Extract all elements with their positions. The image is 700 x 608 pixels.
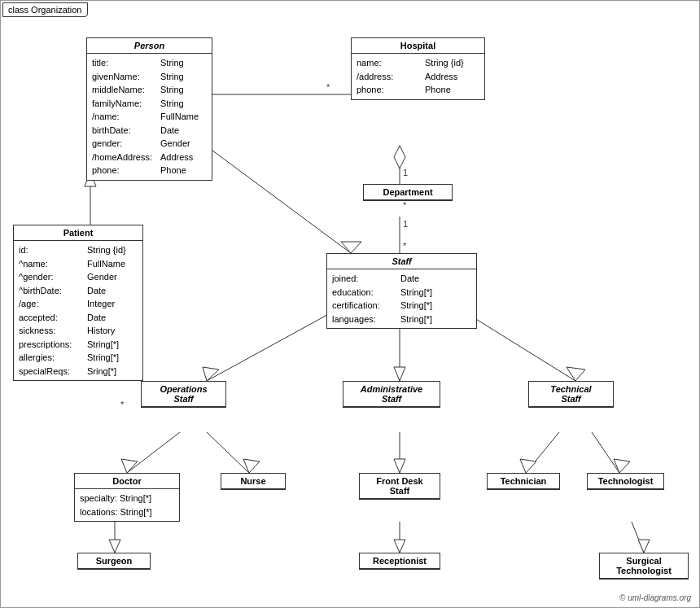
svg-text:*: *: [120, 400, 125, 409]
svg-line-39: [632, 522, 644, 553]
staff-body: joined:Date education:String[*] certific…: [327, 269, 476, 328]
front-desk-staff-class: Front DeskStaff: [359, 473, 440, 500]
doctor-class: Doctor specialty: String[*] locations: S…: [74, 473, 180, 522]
staff-title: Staff: [327, 254, 476, 269]
technical-staff-class: TechnicalStaff: [528, 381, 614, 408]
svg-line-33: [592, 432, 619, 473]
svg-marker-22: [394, 367, 405, 381]
svg-text:*: *: [403, 200, 407, 210]
operations-staff-class: OperationsStaff: [141, 381, 226, 408]
technician-title: Technician: [488, 474, 559, 489]
svg-marker-4: [394, 146, 405, 168]
svg-line-27: [207, 432, 249, 473]
svg-marker-32: [520, 459, 536, 473]
technologist-title: Technologist: [588, 474, 663, 489]
svg-line-12: [203, 143, 351, 253]
front-desk-staff-title: Front DeskStaff: [360, 474, 440, 499]
svg-line-31: [526, 432, 559, 473]
hospital-class: Hospital name:String {id} /address:Addre…: [351, 37, 485, 100]
administrative-staff-class: AdministrativeStaff: [343, 381, 440, 408]
doctor-title: Doctor: [75, 474, 179, 489]
svg-marker-26: [121, 459, 138, 473]
surgical-technologist-title: SurgicalTechnologist: [600, 553, 688, 579]
patient-title: Patient: [14, 225, 142, 241]
svg-marker-36: [109, 540, 120, 553]
svg-marker-13: [341, 242, 361, 253]
technical-staff-title: TechnicalStaff: [529, 382, 613, 407]
surgical-technologist-class: SurgicalTechnologist: [599, 553, 689, 580]
hospital-body: name:String {id} /address:Address phone:…: [352, 54, 484, 99]
person-body: title:String givenName:String middleName…: [87, 54, 212, 180]
diagram-container: class Organization * * 1 * 1 * * *: [0, 0, 700, 608]
svg-text:*: *: [326, 82, 330, 92]
technician-class: Technician: [487, 473, 560, 490]
diagram-title: class Organization: [2, 2, 88, 17]
patient-class: Patient id:String {id} ^name:FullName ^g…: [13, 225, 143, 381]
department-title: Department: [364, 185, 452, 200]
person-title: Person: [87, 38, 212, 54]
person-class: Person title:String givenName:String mid…: [86, 37, 212, 181]
technologist-class: Technologist: [587, 473, 664, 490]
svg-marker-28: [243, 459, 260, 473]
patient-body: id:String {id} ^name:FullName ^gender:Ge…: [14, 241, 142, 380]
svg-text:1: 1: [403, 219, 408, 229]
surgeon-class: Surgeon: [77, 553, 151, 570]
svg-marker-34: [614, 459, 630, 473]
administrative-staff-title: AdministrativeStaff: [343, 382, 440, 407]
hospital-title: Hospital: [352, 38, 484, 54]
receptionist-class: Receptionist: [359, 553, 440, 570]
doctor-body: specialty: String[*] locations: String[*…: [75, 489, 179, 521]
department-class: Department: [363, 184, 453, 201]
staff-class: Staff joined:Date education:String[*] ce…: [326, 253, 477, 329]
receptionist-title: Receptionist: [360, 553, 440, 569]
operations-staff-title: OperationsStaff: [142, 382, 225, 407]
copyright-text: © uml-diagrams.org: [619, 593, 691, 602]
nurse-class: Nurse: [221, 473, 286, 490]
svg-marker-40: [638, 540, 650, 553]
svg-text:*: *: [403, 241, 407, 251]
svg-text:1: 1: [403, 168, 408, 177]
svg-marker-30: [394, 459, 405, 473]
nurse-title: Nurse: [221, 474, 285, 489]
svg-marker-20: [203, 367, 219, 381]
surgeon-title: Surgeon: [78, 553, 150, 569]
svg-marker-38: [394, 540, 405, 553]
svg-line-25: [127, 432, 180, 473]
svg-marker-24: [567, 367, 585, 381]
